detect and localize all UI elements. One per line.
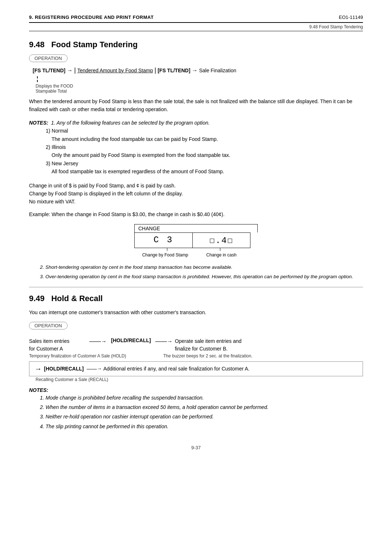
header-right: EO1-11149: [339, 15, 363, 20]
change-right-value: ☐.4☐: [192, 232, 250, 248]
note1-sub-item: 1) NormalThe amount including the food s…: [46, 127, 363, 143]
section-948-number: 9.48: [29, 40, 45, 49]
second-text: Additional entries if any, and real sale…: [103, 366, 250, 372]
notes-block-948: NOTES: 1. Any of the following features …: [29, 119, 363, 176]
note1-sub-desc: The amount including the food stampable …: [52, 135, 363, 143]
extra-lines: Change in unit of $ is paid by Food Stam…: [29, 182, 363, 206]
page-footer: 9-37: [29, 445, 363, 450]
note-949-item: 2. When the number of items in a transac…: [40, 403, 363, 411]
extra-line: No mixture with VAT.: [29, 198, 363, 206]
flow-note-948: Displays the FOOD Stampable Total: [36, 84, 363, 94]
flow-box-948: Tendered Amount by Food Stamp: [77, 68, 153, 73]
section-divider: [29, 287, 363, 287]
hold-right-label2: finalize for Customer B.: [175, 345, 242, 353]
note1-sub-num: 3) New Jersey: [46, 161, 78, 166]
change-labels: Change by Food Stamp Change in cash: [134, 252, 258, 258]
section-948-title: 9.48 Food Stamp Tendering: [29, 40, 363, 49]
note3-text: 3. Over-tendering operation by cent in t…: [40, 273, 363, 281]
change-diagram: CHANGE C 3 ☐.4☐ Change by Food Stamp Cha…: [134, 224, 258, 258]
hold-flow-notes: Temporary finalization of Customer A Sal…: [29, 353, 363, 358]
flow-arrow2-948: →: [192, 67, 197, 74]
note2-text: 2. Short-tendering operation by cent in …: [40, 263, 363, 271]
operation-badge-949: OPERATION: [29, 322, 363, 334]
page: 9. REGISTERING PROCEDURE AND PRINT FORMA…: [0, 0, 392, 555]
note1-text: 1. Any of the following features can be …: [51, 120, 210, 126]
operation-badge-948: OPERATION: [29, 54, 363, 66]
hold-flow-row1: Sales item entries for Customer A ——→ [H…: [29, 337, 363, 353]
hold-arrow2: ——→: [155, 338, 173, 345]
note1-sub-item: 3) New JerseyAll food stampable tax is e…: [46, 159, 363, 176]
second-row-arrow: →: [34, 365, 42, 373]
note1-sub-desc: All food stampable tax is exempted regar…: [52, 167, 363, 175]
section-948-name: Food Stamp Tendering: [51, 40, 138, 49]
hold-second-row: → [HOLD/RECALL] ——→ Additional entries i…: [29, 361, 363, 376]
hold-flow-container: Sales item entries for Customer A ——→ [H…: [29, 337, 363, 382]
note1-sub-num: 2) Illinois: [46, 144, 66, 150]
extra-line: Change in unit of $ is paid by Food Stam…: [29, 182, 363, 190]
hold-note-right: The buzzer beeps for 2 sec. at the final…: [163, 353, 252, 358]
notes-block-948-2: 2. Short-tendering operation by cent in …: [29, 263, 363, 280]
header-sub-text: 9.48 Food Stamp Tendering: [309, 24, 363, 29]
page-number: 9-37: [191, 445, 201, 450]
change-label-right: Change in cash: [192, 252, 250, 258]
hold-key1: [HOLD/RECALL]: [111, 337, 151, 343]
recall-note: Recalling Customer a Sale (RECALL): [36, 377, 363, 382]
header-sub: 9.48 Food Stamp Tendering: [29, 24, 363, 31]
change-label-left: Change by Food Stamp: [134, 252, 192, 258]
flow-end-948: Sale Finalization: [199, 68, 236, 73]
note-949-item: 1. Mode change is prohibited before reca…: [40, 394, 363, 402]
second-key: [HOLD/RECALL]: [44, 366, 84, 372]
change-header: CHANGE: [134, 224, 258, 232]
operation-label-948: OPERATION: [29, 54, 68, 62]
flow-separator-right: |: [154, 66, 156, 74]
flow-key2-948: [FS TL/TEND]: [158, 68, 190, 73]
change-left-value: C 3: [134, 232, 192, 248]
hold-arrow1: ——→: [89, 338, 107, 345]
extra-line: Change by Food Stamp is displayed in the…: [29, 190, 363, 198]
hold-left-label1: Sales item entries: [29, 337, 87, 345]
hold-right-label1: Operate sale item entries and: [175, 337, 242, 345]
flow-arrow1-948: →: [67, 67, 73, 74]
hold-left-label2: for Customer A: [29, 345, 87, 353]
header-top: 9. REGISTERING PROCEDURE AND PRINT FORMA…: [29, 15, 363, 23]
hold-left-label: Sales item entries for Customer A: [29, 337, 87, 353]
operation-label-949: OPERATION: [29, 322, 68, 329]
notes-block-949: NOTES: 1. Mode change is prohibited befo…: [29, 387, 363, 431]
notes-label-949: NOTES:: [29, 387, 48, 393]
section-949-number: 9.49: [29, 294, 45, 303]
intro-text-949: You can interrupt one customer's transac…: [29, 308, 363, 316]
flow-separator-left: |: [74, 66, 76, 74]
flow-948: [FS TL/TEND] → | Tendered Amount by Food…: [33, 66, 236, 74]
body-text-948: When the tendered amount by Food Stamp i…: [29, 97, 363, 114]
note1-sub-num: 1) Normal: [46, 128, 68, 134]
note-949-item: 4. The slip printing cannot be performed…: [40, 422, 363, 430]
note1-sub-item: 2) IllinoisOnly the amount paid by Food …: [46, 143, 363, 159]
section-949-name: Hold & Recall: [51, 294, 103, 303]
example-text: Example: When the change in Food Stamp i…: [29, 210, 363, 218]
header-left: 9. REGISTERING PROCEDURE AND PRINT FORMA…: [29, 15, 154, 20]
hold-note-left: Temporary finalization of Customer A Sal…: [29, 353, 163, 358]
note1-sub-list: 1) NormalThe amount including the food s…: [29, 127, 363, 175]
flow-key1-948: [FS TL/TEND]: [33, 68, 65, 73]
notes-label-948: NOTES:: [29, 120, 48, 126]
note1-sub-desc: Only the amount paid by Food Stamp is ex…: [52, 151, 363, 159]
section-949-title: 9.49 Hold & Recall: [29, 294, 363, 303]
notes-949-list: 1. Mode change is prohibited before reca…: [29, 394, 363, 431]
note-949-item: 3. Neither re-hold operation nor cashier…: [40, 413, 363, 421]
hold-right-label: Operate sale item entries and finalize f…: [175, 337, 242, 353]
second-arrow2: ——→: [87, 366, 102, 372]
